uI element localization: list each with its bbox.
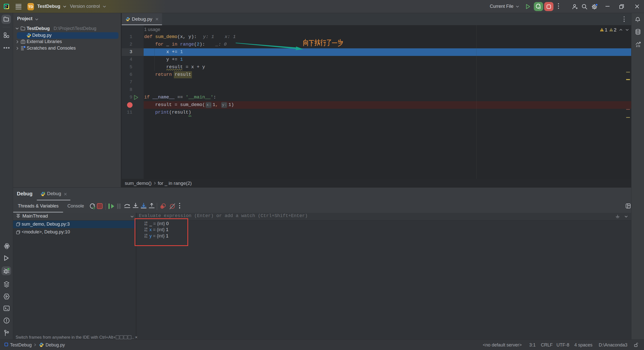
svg-text:PC: PC — [5, 5, 7, 7]
